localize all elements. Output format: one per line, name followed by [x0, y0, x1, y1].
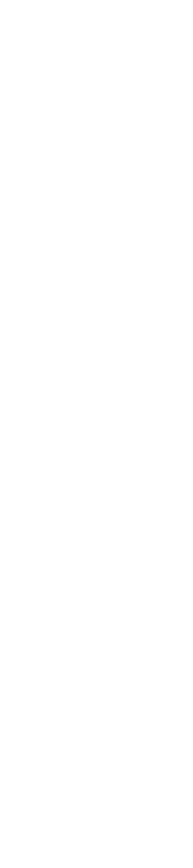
watch-grid [0, 0, 193, 5]
